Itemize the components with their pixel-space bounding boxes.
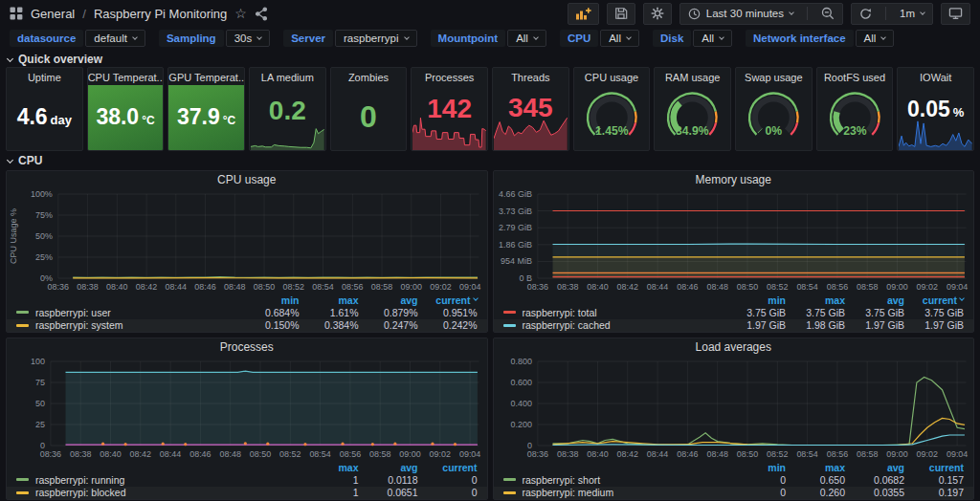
chart-panel-title[interactable]: Load averages <box>494 338 974 356</box>
variable-value-dropdown[interactable]: 30s <box>226 30 271 47</box>
chevron-down-icon <box>132 34 138 40</box>
legend-value: 1.97 GiB <box>845 319 904 331</box>
series-color-swatch <box>503 324 516 327</box>
legend-series-name[interactable]: raspberrypi: short <box>503 474 727 486</box>
variable-value-dropdown[interactable]: All <box>693 30 732 47</box>
zoom-out-button[interactable] <box>813 4 842 24</box>
variable-value-dropdown[interactable]: All <box>600 30 639 47</box>
variable-value-dropdown[interactable]: All <box>856 30 895 47</box>
section-quick-overview[interactable]: Quick overview <box>0 52 980 67</box>
legend-series-name[interactable]: raspberrypi: cached <box>503 319 727 331</box>
star-icon[interactable]: ☆ <box>234 7 247 20</box>
legend-column-max[interactable]: max <box>786 294 845 306</box>
svg-text:08:56: 08:56 <box>342 282 363 292</box>
chart-panel-processes: Processes025507510008:3608:3808:4008:420… <box>6 338 488 500</box>
series-color-swatch <box>503 311 516 314</box>
svg-text:08:38: 08:38 <box>77 282 98 292</box>
legend-value: 1 <box>300 487 359 498</box>
stat-panel-body: 142 <box>412 83 487 150</box>
stat-panel-title[interactable]: Zombies <box>331 68 407 83</box>
legend-column-avg[interactable]: avg <box>359 462 418 473</box>
legend-column-max[interactable]: max <box>300 462 359 473</box>
legend-column-avg[interactable]: avg <box>359 294 418 306</box>
save-dashboard-button[interactable] <box>607 3 635 25</box>
dashboard-settings-button[interactable] <box>643 3 672 25</box>
legend-column-avg[interactable]: avg <box>845 462 904 473</box>
legend-row: raspberrypi: short00.6500.06820.157 <box>494 473 974 486</box>
variable-value-dropdown[interactable]: All <box>507 30 546 47</box>
legend-series-name[interactable]: raspberrypi: blocked <box>16 487 300 498</box>
stat-panel-title[interactable]: CPU usage <box>574 68 650 83</box>
stat-panel-title[interactable]: Uptime <box>7 68 82 83</box>
stat-value-number: 142 <box>427 96 472 122</box>
time-range-picker[interactable]: Last 30 minutes <box>680 4 801 24</box>
svg-text:100: 100 <box>31 357 45 366</box>
svg-text:08:48: 08:48 <box>219 449 240 459</box>
legend-series-name[interactable]: raspberrypi: system <box>16 319 240 331</box>
sort-caret-icon <box>959 295 965 301</box>
legend-row: raspberrypi: system0.150%0.384%0.247%0.2… <box>7 319 487 332</box>
legend-column-current[interactable]: current <box>904 294 964 306</box>
stat-panel-title[interactable]: Processes <box>412 68 487 83</box>
refresh-button[interactable] <box>852 4 880 24</box>
svg-text:09:02: 09:02 <box>430 449 451 459</box>
variable-value-dropdown[interactable]: default <box>85 30 145 47</box>
legend-column-min[interactable]: min <box>726 462 786 473</box>
legend-value: 0 <box>726 487 786 498</box>
svg-text:08:48: 08:48 <box>224 282 245 292</box>
legend-column-avg[interactable]: avg <box>845 294 904 306</box>
legend-column-min[interactable]: min <box>726 294 786 306</box>
svg-text:08:42: 08:42 <box>616 449 637 459</box>
chevron-down-icon <box>881 34 887 40</box>
stat-value-number: 345 <box>508 95 553 121</box>
stat-panel-title[interactable]: CPU Temperat... <box>88 68 164 83</box>
stat-panel-title[interactable]: RAM usage <box>655 68 730 83</box>
dashboards-grid-icon[interactable] <box>10 7 23 20</box>
breadcrumb-folder[interactable]: General <box>31 7 75 21</box>
filter-bar: datasourcedefaultSampling30sServerraspbe… <box>0 27 980 52</box>
stat-panel-title[interactable]: Threads <box>493 68 568 83</box>
svg-text:75: 75 <box>35 378 45 387</box>
svg-text:08:54: 08:54 <box>309 449 330 459</box>
legend-column-current[interactable]: current <box>418 294 478 306</box>
legend-series-name[interactable]: raspberrypi: medium <box>503 487 727 498</box>
legend-value: 0.650 <box>786 474 845 486</box>
svg-text:08:44: 08:44 <box>646 282 667 292</box>
svg-text:08:48: 08:48 <box>706 282 727 292</box>
stat-panel-title[interactable]: IOWait <box>898 68 973 83</box>
legend-column-min[interactable]: min <box>240 294 300 306</box>
series-color-swatch <box>16 491 29 494</box>
stat-value-unit: % <box>953 105 965 120</box>
variable-value-dropdown[interactable]: raspberrypi <box>335 30 417 47</box>
add-panel-button[interactable] <box>568 3 599 25</box>
svg-text:08:50: 08:50 <box>736 449 757 459</box>
legend-series-name[interactable]: raspberrypi: total <box>503 307 727 318</box>
stat-panel-title[interactable]: LA medium <box>250 68 325 83</box>
legend-column-current[interactable]: current <box>418 462 478 473</box>
refresh-interval-label: 1m <box>900 8 915 19</box>
svg-text:0.600: 0.600 <box>510 378 531 387</box>
share-icon[interactable] <box>255 7 268 21</box>
legend-series-name[interactable]: raspberrypi: running <box>16 474 300 486</box>
chart-panel-title[interactable]: Memory usage <box>494 171 974 188</box>
svg-text:08:36: 08:36 <box>526 449 547 459</box>
legend-column-max[interactable]: max <box>300 294 359 306</box>
stat-value: 38.0°C <box>96 106 154 128</box>
legend-column-current[interactable]: current <box>904 462 964 473</box>
legend-series-name[interactable]: raspberrypi: user <box>16 307 240 318</box>
stat-panel-title[interactable]: GPU Temperat... <box>168 68 244 83</box>
svg-text:09:04: 09:04 <box>459 449 480 459</box>
svg-text:08:46: 08:46 <box>194 282 215 292</box>
legend-column-max[interactable]: max <box>786 462 845 473</box>
stat-panel-rootfs-used: RootFS used23% <box>816 67 894 151</box>
svg-text:08:42: 08:42 <box>616 282 637 292</box>
chart-panel-title[interactable]: Processes <box>7 338 487 356</box>
stat-panel-title[interactable]: Swap usage <box>736 68 812 83</box>
refresh-interval-picker[interactable]: 1m <box>892 4 932 24</box>
legend-value: 0 <box>726 474 786 486</box>
kiosk-mode-button[interactable] <box>941 3 970 25</box>
chart-panel-title[interactable]: CPU usage <box>7 171 487 188</box>
stat-panel-title[interactable]: RootFS used <box>817 68 893 83</box>
section-cpu[interactable]: CPU <box>0 153 980 168</box>
stat-panel-body: 23% <box>817 83 893 150</box>
